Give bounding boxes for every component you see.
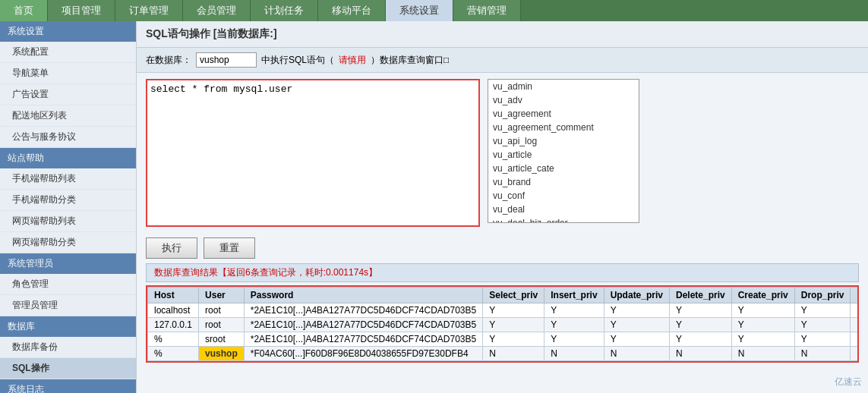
watermark: 亿速云 [835,376,862,388]
sidebar-item-sql[interactable]: SQL操作 [0,358,136,379]
sidebar-item-mobile-help-list[interactable]: 手机端帮助列表 [0,168,136,190]
table-row: % sroot *2AE1C10[...]A4BA127A77DC5D46DCF… [148,332,860,347]
list-item[interactable]: vu_api_log [488,134,639,148]
nav-project[interactable]: 项目管理 [48,0,115,21]
cell-password: *2AE1C10[...]A4BA127A77DC5D46DCF74CDAD70… [244,332,483,347]
execute-button[interactable]: 执行 [146,237,197,259]
action-buttons: 执行 重置 [137,233,868,263]
db-label: 在数据库： [146,54,191,67]
sidebar-item-roles[interactable]: 角色管理 [0,274,136,295]
col-select: Select_priv [483,288,544,303]
cell-password: *F04AC60[...]F60D8F96E8D04038655FD97E30D… [244,347,483,361]
cell-host: 127.0.0.1 [148,318,199,332]
cell-host: localhost [148,303,199,318]
cell-insert: Y [544,303,604,318]
list-item[interactable]: vu_article_cate [488,162,639,175]
cell-delete: N [669,347,731,361]
cell-create: N [731,347,794,361]
reset-button[interactable]: 重置 [204,237,255,259]
sidebar-item-web-help-list[interactable]: 网页端帮助列表 [0,211,136,232]
list-item[interactable]: vu_agreement_comment [488,121,639,134]
top-nav: 首页 项目管理 订单管理 会员管理 计划任务 移动平台 系统设置 营销管理 [0,0,868,21]
nav-settings[interactable]: 系统设置 [386,0,453,21]
section-title-log: 系统日志 [0,379,136,393]
cell-create: Y [731,303,794,318]
table-row: % vushop *F04AC60[...]F60D8F96E8D0403865… [148,347,860,361]
cell-repair: Y [851,303,859,318]
col-password: Password [244,288,483,303]
cell-password: *2AE1C10[...]A4BA127A77DC5D46DCF74CDAD70… [244,303,483,318]
sidebar-item-sysconfig[interactable]: 系统配置 [0,42,136,63]
result-bar: 数据库查询结果【返回6条查询记录，耗时:0.001174s】 [146,263,859,282]
db-input[interactable] [196,52,257,68]
cell-user: root [199,318,245,332]
cell-host: % [148,332,199,347]
col-user: User [199,288,245,303]
col-repair: Repa [851,288,859,303]
nav-mobile[interactable]: 移动平台 [318,0,386,21]
list-item[interactable]: vu_agreement [488,107,639,121]
col-delete: Delete_priv [669,288,731,303]
cell-insert: Y [544,318,604,332]
sidebar-item-delivery[interactable]: 配送地区列表 [0,105,136,127]
cell-password: *2AE1C10[...]A4BA127A77DC5D46DCF74CDAD70… [244,318,483,332]
cell-select: N [483,347,544,361]
cell-insert: N [544,347,604,361]
sidebar-item-db-backup[interactable]: 数据库备份 [0,337,136,358]
section-title-db: 数据库 [0,316,136,337]
page-title: SQL语句操作 [当前数据库:] [137,21,868,48]
section-title-help: 站点帮助 [0,148,136,168]
sidebar-item-mobile-help-cat[interactable]: 手机端帮助分类 [0,190,136,211]
list-item[interactable]: vu_deal [488,203,639,216]
sql-editor-box: select * from mysql.user [146,79,480,227]
result-table-wrap[interactable]: Host User Password Select_priv Insert_pr… [146,285,859,363]
nav-order[interactable]: 订单管理 [115,0,183,21]
section-title-admin: 系统管理员 [0,253,136,274]
cell-repair: N [851,347,859,361]
cell-delete: Y [669,303,731,318]
col-create: Create_priv [731,288,794,303]
sidebar: 系统设置 系统配置 导航菜单 广告设置 配送地区列表 公告与服务协议 站点帮助 … [0,21,137,393]
cell-host: % [148,347,199,361]
cell-delete: Y [669,332,731,347]
list-item[interactable]: vu_admin [488,80,639,93]
col-update: Update_priv [604,288,669,303]
cell-update: Y [604,332,669,347]
col-insert: Insert_priv [544,288,604,303]
result-table: Host User Password Select_priv Insert_pr… [147,287,859,361]
main-content: SQL语句操作 [当前数据库:] 在数据库： 中执行SQL语句（ 请慎用 ）数据… [137,21,868,393]
nav-task[interactable]: 计划任务 [251,0,318,21]
cell-select: Y [483,303,544,318]
warn-link[interactable]: 请慎用 [339,54,366,67]
list-item[interactable]: vu_adv [488,93,639,107]
layout: 系统设置 系统配置 导航菜单 广告设置 配送地区列表 公告与服务协议 站点帮助 … [0,21,868,393]
list-item[interactable]: vu_conf [488,189,639,203]
sidebar-item-announcement[interactable]: 公告与服务协议 [0,127,136,148]
cell-update: Y [604,303,669,318]
cell-user-highlight: vushop [199,347,245,361]
table-row: 127.0.0.1 root *2AE1C10[...]A4BA127A77DC… [148,318,860,332]
nav-member[interactable]: 会员管理 [183,0,251,21]
execute-label: 中执行SQL语句（ [261,54,334,67]
db-query-label: ）数据库查询窗口□ [371,54,449,67]
cell-drop: Y [794,318,851,332]
list-item[interactable]: vu_article [488,148,639,162]
sidebar-item-ads[interactable]: 广告设置 [0,84,136,105]
list-item[interactable]: vu_deal_biz_order [488,216,639,223]
sidebar-item-admins[interactable]: 管理员管理 [0,295,136,316]
nav-marketing[interactable]: 营销管理 [453,0,521,21]
sidebar-item-web-help-cat[interactable]: 网页端帮助分类 [0,232,136,253]
section-title-settings: 系统设置 [0,21,136,42]
sidebar-item-navmenu[interactable]: 导航菜单 [0,63,136,84]
table-list[interactable]: vu_admin vu_adv vu_agreement vu_agreemen… [488,79,639,223]
list-item[interactable]: vu_brand [488,175,639,189]
nav-home[interactable]: 首页 [0,0,48,21]
sql-textarea[interactable]: select * from mysql.user [150,83,475,220]
col-host: Host [148,288,199,303]
cell-drop: N [794,347,851,361]
sql-area: select * from mysql.user vu_admin vu_adv… [137,73,868,233]
table-row: localhost root *2AE1C10[...]A4BA127A77DC… [148,303,860,318]
cell-update: Y [604,318,669,332]
cell-select: Y [483,318,544,332]
cell-delete: Y [669,318,731,332]
